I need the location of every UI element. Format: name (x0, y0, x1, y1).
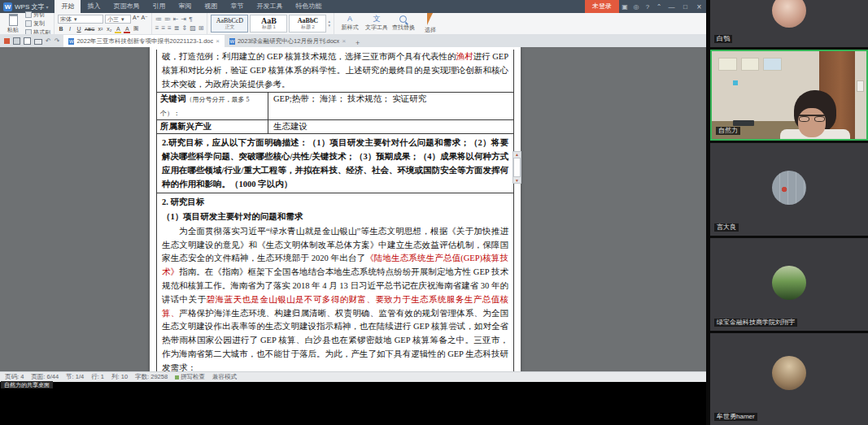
enclose-characters-button[interactable]: 圏 (133, 25, 139, 33)
new-tab-button[interactable]: + (351, 39, 364, 47)
participant-avatar (772, 0, 806, 28)
cursor-icon (427, 13, 433, 25)
justify-icon[interactable]: ≣ (174, 24, 180, 32)
line-spacing-icon[interactable]: ⇕ (181, 24, 187, 32)
underline-button[interactable]: U (76, 26, 82, 32)
increase-indent-icon[interactable]: ⇥ (181, 15, 186, 23)
paste-button[interactable]: 粘贴 (3, 14, 23, 34)
gallery-down-icon[interactable]: ▾ (328, 24, 330, 28)
para-mark-icon[interactable]: ¶ (189, 15, 192, 23)
redo-icon[interactable]: ↷ (55, 37, 60, 45)
highlight-color-button[interactable]: A (115, 26, 121, 33)
style-heading2[interactable]: AaBbC 标题 2 (289, 15, 326, 33)
share-icon[interactable]: ◎ (630, 3, 642, 11)
research-summary-text: 破，打造范例；利用建立的 GEP 核算技术规范，选择三亚市两个具有代表性的渔村进… (157, 50, 513, 92)
cut-icon (25, 11, 32, 18)
border-icon[interactable]: ⊞ (198, 24, 204, 32)
shading-icon[interactable]: ▨ (190, 24, 196, 32)
print-preview-icon[interactable] (24, 37, 31, 45)
scrollbar-thumb[interactable] (513, 158, 521, 177)
keyword-label-cell: 关键词（用分号分开，最多 5 个）： (157, 93, 268, 119)
style-heading1[interactable]: AaB 标题 1 (250, 15, 287, 33)
menu-tab-review[interactable]: 审阅 (172, 0, 198, 13)
font-size-select[interactable]: 小三▾ (105, 15, 131, 24)
restore-button[interactable]: □ (678, 3, 692, 11)
store-icon[interactable]: ▣ (619, 3, 630, 11)
participant-name: 白鸮 (714, 35, 732, 43)
grow-font-button[interactable]: A⁺ (133, 15, 139, 24)
align-center-icon[interactable]: ≡ (161, 24, 165, 32)
login-button[interactable]: 未登录 (585, 0, 619, 13)
wps-logo-icon[interactable]: W (3, 2, 12, 11)
font-name-select[interactable]: 宋体▾ (58, 15, 103, 24)
print-icon[interactable] (34, 39, 42, 45)
participant-tile-5[interactable]: 牟世勇hamer (710, 333, 868, 425)
spell-check-status[interactable]: 拼写检查 (175, 373, 205, 381)
participant-tile-2-active-speaker[interactable]: 自然力 (710, 50, 868, 141)
menu-tab-section[interactable]: 章节 (224, 0, 250, 13)
bold-button[interactable]: B (58, 26, 64, 32)
scroll-down-icon[interactable]: ▼ (515, 178, 519, 183)
cut-button[interactable]: 剪切 (25, 11, 50, 19)
copy-button[interactable]: 复制 (25, 20, 50, 28)
style-gallery-scroll[interactable]: ▴ ▾ (328, 20, 330, 28)
menu-tab-home[interactable]: 开始 (55, 0, 81, 13)
spell-check-icon (175, 375, 179, 379)
participant-tile-3[interactable]: 言大良 (710, 143, 868, 236)
align-left-icon[interactable]: ≡ (155, 24, 159, 32)
menu-tab-insert[interactable]: 插入 (81, 0, 107, 13)
participant-avatar (772, 266, 806, 300)
menu-tab-features[interactable]: 特色功能 (289, 0, 328, 13)
save-icon[interactable] (13, 37, 20, 45)
close-tab-icon[interactable]: × (342, 37, 346, 45)
superscript-button[interactable]: x² (97, 26, 103, 32)
new-style-button[interactable]: A 新样式 (338, 15, 362, 32)
menu-tab-dev-tools[interactable]: 开发工具 (250, 0, 289, 13)
document-page[interactable]: 破，打造范例；利用建立的 GEP 核算技术规范，选择三亚市两个具有代表性的渔村进… (150, 47, 521, 372)
doc-tab-1[interactable]: W 2022年三亚市科技创新专项申报书20221123-1.doc × (63, 35, 225, 47)
new-style-icon: A (347, 15, 352, 23)
doc-tab-2[interactable]: W 2023绿金融研究中心12月份月刊.docx × (225, 35, 351, 47)
number-list-icon[interactable]: ≕ (164, 15, 171, 23)
menu-tab-view[interactable]: 视图 (198, 0, 224, 13)
document-canvas[interactable]: 破，打造范例；利用建立的 GEP 核算技术规范，选择三亚市两个具有代表性的渔村进… (0, 47, 706, 372)
bullet-list-icon[interactable]: ≔ (155, 15, 162, 23)
subscript-button[interactable]: x₂ (106, 26, 112, 32)
select-button[interactable]: 选择 (418, 13, 443, 34)
menu-tab-references[interactable]: 引用 (146, 0, 172, 13)
participant-tile-4[interactable]: 绿宝金融科技商学院刘翔宇 (710, 238, 868, 331)
collapse-ribbon-icon[interactable]: ⌃ (653, 3, 665, 11)
find-replace-button[interactable]: 查找替换 (391, 15, 416, 32)
text-tools-button[interactable]: 文 文字工具 (364, 15, 389, 32)
align-right-icon[interactable]: ≡ (168, 24, 172, 32)
titlebar: W WPS 文字 ▾ 开始 插入 页面布局 引用 审阅 视图 章节 开发工具 特… (0, 0, 706, 13)
status-page-count: 页面: 6/44 (31, 373, 59, 381)
style-normal[interactable]: AaBbCcD 正文 (211, 15, 248, 33)
app-menu-caret-icon[interactable]: ▾ (46, 4, 48, 10)
minimize-button[interactable]: — (665, 3, 678, 11)
italic-button[interactable]: I (67, 26, 73, 32)
scroll-up-icon[interactable]: ▲ (515, 152, 519, 157)
participant-avatar (772, 171, 806, 205)
undo-icon[interactable]: ↶ (46, 37, 51, 45)
font-color-button[interactable]: A (124, 26, 130, 33)
help-icon[interactable]: ? (642, 3, 653, 11)
status-word-count[interactable]: 字数: 29258 (135, 373, 168, 381)
quick-access-toolbar: ↶ ↷ (0, 34, 63, 47)
compatibility-mode-badge: 兼容模式 (212, 373, 237, 381)
copy-icon (25, 20, 32, 27)
section-heading: 2. 研究目标 (162, 196, 508, 210)
close-tab-icon[interactable]: × (216, 37, 220, 45)
menu-tab-page-layout[interactable]: 页面布局 (107, 0, 146, 13)
status-column: 列: 10 (111, 373, 128, 381)
decrease-indent-icon[interactable]: ⇤ (173, 15, 179, 23)
clipboard-small-buttons: 剪切 复制 格式刷 (25, 11, 50, 37)
strikethrough-button[interactable]: ABC (85, 27, 94, 32)
body-paragraph-1: 为全面贯彻落实习近平“绿水青山就是金山银山”等生态文明思想，根据《关于加快推进生… (162, 225, 508, 372)
file-menu-icon[interactable] (4, 38, 10, 44)
status-page-number: 页码: 4 (5, 373, 24, 381)
shrink-font-button[interactable]: A⁻ (141, 15, 147, 24)
close-button[interactable]: × (692, 2, 706, 11)
vertical-scrollbar[interactable]: ▲ ▼ (513, 151, 521, 184)
participant-tile-1[interactable]: 白鸮 (710, 0, 868, 47)
